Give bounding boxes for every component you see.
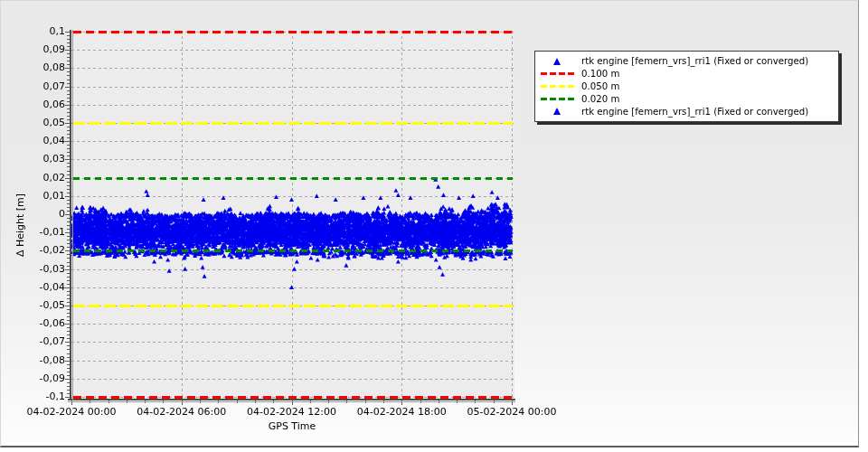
y-tick-label: 0,08 — [1, 61, 65, 73]
y-tick-label: -0,02 — [1, 244, 65, 256]
dash-line-icon — [541, 85, 574, 88]
y-tick-label: 0,04 — [1, 135, 65, 146]
x-axis-title: GPS Time — [269, 420, 316, 432]
legend-entry[interactable]: 0.050 m — [540, 80, 834, 93]
y-tick-label: -0,07 — [1, 335, 65, 347]
y-axis-title: Δ Height [m] — [14, 193, 26, 257]
legend-entry-label: 0.020 m — [581, 94, 619, 104]
triangle-marker-icon — [540, 58, 574, 65]
dash-line-icon — [541, 72, 574, 75]
legend-entry[interactable]: 0.100 m — [540, 68, 834, 80]
y-tick-label: 0,05 — [1, 117, 65, 128]
x-tick-label: 04-02-2024 18:00 — [357, 406, 447, 418]
y-tick-label: 0 — [1, 208, 65, 220]
y-tick-label: 0,07 — [1, 80, 65, 92]
y-tick-label: -0,03 — [1, 263, 65, 275]
legend-entry[interactable]: rtk engine [femern_vrs]_rri1 (Fixed or c… — [540, 55, 834, 68]
y-tick-label: -0,01 — [1, 226, 65, 238]
x-tick-label: 04-02-2024 00:00 — [26, 406, 116, 418]
legend-entry-label: 0.100 m — [581, 69, 619, 79]
y-tick-label: -0,08 — [1, 354, 65, 366]
y-tick-label: 0,01 — [1, 190, 65, 202]
y-tick-label: -0,05 — [1, 299, 65, 311]
legend-entry[interactable]: 0.020 m — [540, 92, 834, 105]
y-tick-label: 0,09 — [1, 43, 65, 55]
y-tick-label: -0,04 — [1, 281, 65, 293]
x-tick-label: 05-02-2024 00:00 — [467, 406, 556, 418]
dash-line-icon — [540, 98, 574, 100]
triangle-marker-icon — [540, 108, 574, 115]
x-tick-label: 04-02-2024 12:00 — [247, 406, 336, 418]
dash-line-icon — [540, 85, 574, 88]
legend-entry-label: 0.050 m — [581, 81, 619, 91]
dash-line-icon — [541, 98, 574, 100]
dash-line-icon — [540, 72, 574, 75]
y-tick-label: -0,06 — [1, 317, 65, 329]
x-tick-label: 04-02-2024 06:00 — [137, 406, 226, 418]
legend-box[interactable]: rtk engine [femern_vrs]_rri1 (Fixed or c… — [534, 51, 839, 122]
chart-panel: 0,10,090,080,070,060,050,040,030,020,010… — [0, 0, 859, 447]
y-tick-label: -0,1 — [1, 391, 65, 402]
y-tick-label: 0,06 — [1, 99, 65, 110]
y-tick-label: 0,03 — [1, 153, 65, 165]
legend-entry-label: rtk engine [femern_vrs]_rri1 (Fixed or c… — [581, 56, 808, 66]
legend-entry[interactable]: rtk engine [femern_vrs]_rri1 (Fixed or c… — [540, 105, 834, 118]
triangle-marker-icon — [553, 58, 561, 65]
legend-entry-label: rtk engine [femern_vrs]_rri1 (Fixed or c… — [581, 107, 808, 117]
triangle-marker-icon — [553, 108, 561, 115]
y-tick-label: 0,1 — [1, 25, 65, 37]
y-tick-label: -0,09 — [1, 372, 65, 384]
y-tick-label: 0,02 — [1, 172, 65, 184]
